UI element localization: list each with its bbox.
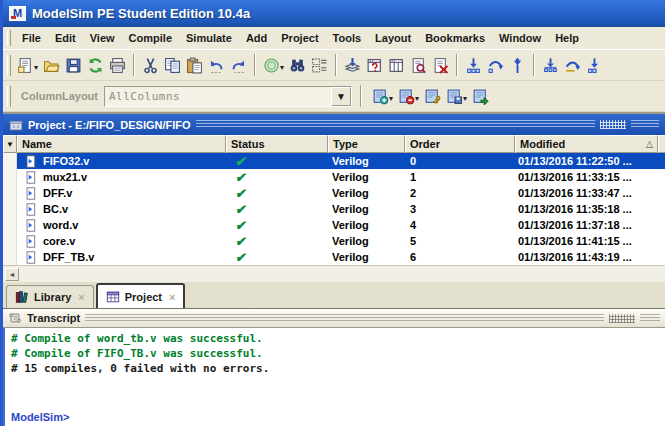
menu-edit[interactable]: Edit	[48, 29, 83, 47]
new-document-button[interactable]	[15, 54, 36, 76]
panel-header-grip[interactable]	[600, 120, 626, 129]
menu-file[interactable]: File	[15, 29, 48, 47]
run-orb-button[interactable]	[261, 54, 282, 76]
transcript-icon	[8, 311, 22, 325]
menu-view[interactable]: View	[83, 29, 122, 47]
row-gutter	[3, 201, 17, 217]
column-header-label: Status	[231, 138, 265, 150]
panel-header-grip[interactable]	[609, 314, 635, 323]
transcript-prompt: ModelSim>	[11, 410, 659, 424]
dropdown-caret-icon[interactable]: ▾	[280, 64, 284, 72]
transcript-console[interactable]: # Compile of word_tb.v was successful.# …	[3, 328, 665, 426]
toolbar-separator	[335, 54, 337, 76]
transcript-panel-header[interactable]: Transcript	[3, 309, 665, 328]
step-into-button[interactable]	[463, 54, 484, 76]
compile-success-check-icon: ✔	[235, 171, 248, 184]
column-layout-combobox[interactable]: AllColumns ▼	[104, 86, 352, 107]
layout-apply-button[interactable]	[470, 85, 491, 107]
tab-close-icon[interactable]: ×	[169, 291, 175, 303]
copy-button[interactable]	[162, 54, 183, 76]
table-row[interactable]: word.v✔Verilog401/13/2016 11:37:18 ...	[3, 217, 665, 233]
layout-configure-button[interactable]	[422, 85, 443, 107]
status-cell: ✔	[226, 153, 328, 169]
column-header-status[interactable]: Status	[226, 135, 328, 153]
toolbar-separator	[533, 54, 535, 76]
column-header-type[interactable]: Type	[328, 135, 405, 153]
menu-layout[interactable]: Layout	[368, 29, 418, 47]
run-continue-button[interactable]	[562, 54, 583, 76]
examine-icon	[410, 57, 427, 74]
panel-header-lines	[196, 120, 595, 129]
simulate-button[interactable]	[386, 54, 407, 76]
menu-tools[interactable]: Tools	[326, 29, 369, 47]
layout-add-button[interactable]	[370, 85, 391, 107]
scroll-left-icon[interactable]: ◄	[5, 268, 19, 281]
table-row[interactable]: mux21.v✔Verilog101/13/2016 11:33:15 ...	[3, 169, 665, 185]
row-gutter	[3, 233, 17, 249]
step-over-button[interactable]	[485, 54, 506, 76]
project-file-table: FIFO32.v✔Verilog001/13/2016 11:22:50 ...…	[3, 153, 665, 265]
table-row[interactable]: FIFO32.v✔Verilog001/13/2016 11:22:50 ...	[3, 153, 665, 169]
dropdown-caret-icon[interactable]: ▾	[415, 95, 419, 103]
layout-remove-button[interactable]	[396, 85, 417, 107]
column-filter-button[interactable]: ▼	[3, 135, 17, 153]
tab-project[interactable]: Project×	[96, 283, 186, 308]
file-name-label: BC.v	[43, 203, 68, 215]
table-row[interactable]: BC.v✔Verilog301/13/2016 11:35:18 ...	[3, 201, 665, 217]
cut-button[interactable]	[140, 54, 161, 76]
toolbar-grip[interactable]	[7, 55, 11, 76]
column-header-modified[interactable]: Modified△	[515, 135, 658, 153]
print-button[interactable]	[107, 54, 128, 76]
column-header-order[interactable]: Order	[405, 135, 515, 153]
project-panel-header[interactable]: Project - E:/FIFO_DESIGN/FIFO	[3, 114, 665, 135]
open-folder-button[interactable]	[41, 54, 62, 76]
step-into-icon	[465, 57, 482, 74]
save-button[interactable]	[63, 54, 84, 76]
compile-success-check-icon: ✔	[235, 219, 248, 232]
column-header-name[interactable]: Name	[17, 135, 226, 153]
step-over-icon	[487, 57, 504, 74]
layout-toolbar-grip[interactable]	[7, 86, 11, 107]
step-out-button[interactable]	[507, 54, 528, 76]
refresh-button[interactable]	[85, 54, 106, 76]
menu-project[interactable]: Project	[274, 29, 325, 47]
find-in-files-button[interactable]	[309, 54, 330, 76]
combobox-dropdown-icon[interactable]: ▼	[331, 87, 351, 106]
file-name-label: DFF.v	[43, 187, 72, 199]
quit-simulation-button[interactable]	[430, 54, 451, 76]
dropdown-caret-icon[interactable]: ▾	[463, 95, 467, 103]
find-button[interactable]	[287, 54, 308, 76]
dropdown-caret-icon[interactable]: ▾	[389, 95, 393, 103]
menu-bookmarks[interactable]: Bookmarks	[418, 29, 492, 47]
table-row[interactable]: DFF.v✔Verilog201/13/2016 11:33:47 ...	[3, 185, 665, 201]
examine-button[interactable]	[408, 54, 429, 76]
layout-remove-icon	[398, 88, 415, 105]
menu-window[interactable]: Window	[492, 29, 548, 47]
undo-icon	[208, 57, 225, 74]
undo-button[interactable]	[206, 54, 227, 76]
window-title: ModelSim PE Student Edition 10.4a	[32, 6, 250, 21]
redo-button[interactable]	[228, 54, 249, 76]
file-row-icon	[25, 171, 38, 184]
dropdown-caret-icon[interactable]: ▾	[34, 64, 38, 72]
horizontal-scrollbar[interactable]: ◄	[3, 265, 665, 282]
menu-simulate[interactable]: Simulate	[179, 29, 239, 47]
window-titlebar[interactable]: M ModelSim PE Student Edition 10.4a	[3, 0, 665, 27]
run-next-button[interactable]	[584, 54, 605, 76]
restart-button[interactable]	[540, 54, 561, 76]
menu-compile[interactable]: Compile	[122, 29, 179, 47]
compile-all-button[interactable]	[342, 54, 363, 76]
layout-save-button[interactable]	[444, 85, 465, 107]
table-row[interactable]: DFF_TB.v✔Verilog601/13/2016 11:43:19 ...	[3, 249, 665, 265]
tab-library[interactable]: Library×	[6, 285, 94, 308]
simulate-help-button[interactable]	[364, 54, 385, 76]
menu-help[interactable]: Help	[548, 29, 586, 47]
tab-close-icon[interactable]: ×	[78, 291, 84, 303]
status-cell: ✔	[226, 201, 328, 217]
table-row[interactable]: core.v✔Verilog501/13/2016 11:41:15 ...	[3, 233, 665, 249]
paste-button[interactable]	[184, 54, 205, 76]
menu-add[interactable]: Add	[239, 29, 274, 47]
menubar-grip[interactable]	[7, 30, 11, 45]
file-name-label: FIFO32.v	[43, 155, 89, 167]
find-icon	[289, 57, 306, 74]
